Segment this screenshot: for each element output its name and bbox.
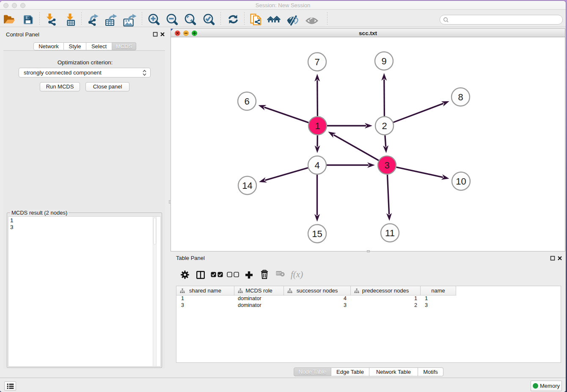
svg-text:14: 14 xyxy=(242,180,252,191)
svg-text:6: 6 xyxy=(244,96,249,107)
svg-text:7: 7 xyxy=(314,57,319,67)
svg-text:11: 11 xyxy=(385,228,395,238)
svg-text:10: 10 xyxy=(456,176,466,187)
svg-text:15: 15 xyxy=(312,229,322,239)
svg-text:2: 2 xyxy=(382,121,387,131)
svg-text:9: 9 xyxy=(381,56,386,66)
svg-text:8: 8 xyxy=(458,92,463,102)
svg-text:4: 4 xyxy=(314,160,319,171)
svg-text:3: 3 xyxy=(384,160,389,171)
svg-text:1: 1 xyxy=(315,121,320,131)
